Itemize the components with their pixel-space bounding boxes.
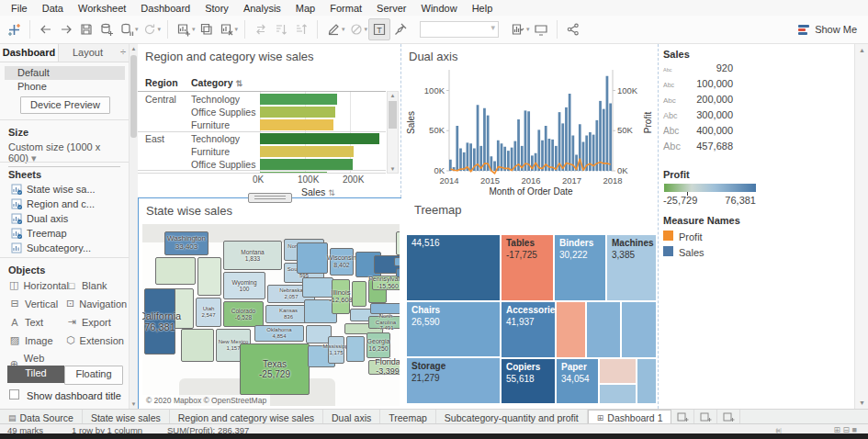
sales-bar[interactable]	[260, 133, 379, 144]
treemap-tile[interactable]	[637, 358, 657, 404]
sheet-treemap[interactable]: Treemap 44,516Tables-17,725Binders30,222…	[401, 197, 659, 409]
device-default[interactable]: Default	[5, 66, 125, 80]
sheet-region-category[interactable]: Region and category wise sales RegionCat…	[138, 44, 401, 197]
new-dashboard-button[interactable]	[694, 410, 717, 424]
treemap-tile[interactable]	[556, 301, 586, 358]
sales-bar[interactable]	[599, 101, 602, 171]
dropdown-arrow-icon[interactable]: ▾	[158, 26, 162, 33]
sheet-tab-subcategory-quantity-and-profit[interactable]: Subcategory-quantity and profit	[436, 410, 588, 424]
state-north-carolina[interactable]: North Carolina-7,491	[368, 316, 400, 329]
treemap-tile-copiers[interactable]: Copiers55,618	[501, 358, 556, 404]
sales-bar[interactable]	[260, 146, 354, 157]
measure-legend-profit[interactable]: Profit	[663, 231, 703, 242]
sort-ascending-icon[interactable]	[271, 19, 291, 39]
save-icon[interactable]	[76, 19, 96, 39]
state-idaho[interactable]	[197, 257, 221, 296]
new-worksheet-button[interactable]	[671, 410, 694, 424]
highlight-icon[interactable]	[323, 19, 344, 39]
run-auto-updates-icon[interactable]	[140, 19, 160, 39]
sales-bar[interactable]	[260, 107, 335, 118]
sales-bar[interactable]	[511, 148, 513, 171]
new-data-source-icon[interactable]	[96, 19, 117, 39]
state-texas[interactable]: Texas-25,729	[240, 343, 310, 395]
treemap-tile-accessories[interactable]: Accessories41,937	[501, 301, 556, 358]
state-california[interactable]: California76,381	[144, 288, 175, 355]
treemap-tile[interactable]	[599, 384, 637, 404]
state-virginia[interactable]	[370, 303, 400, 314]
state-arizona[interactable]	[181, 329, 214, 362]
device-preview-button[interactable]: Device Preview	[20, 96, 110, 114]
profit-color-ramp[interactable]	[664, 184, 756, 192]
state-georgia[interactable]: Georgia16,250	[366, 332, 390, 358]
sales-bar[interactable]	[535, 153, 537, 171]
sales-bar[interactable]	[260, 94, 337, 105]
state-illinois[interactable]: Illinois-12,608	[332, 279, 350, 314]
sheet-state-map[interactable]: State wise sales Mexico Washington33,403…	[139, 198, 400, 408]
sales-bar[interactable]	[537, 129, 540, 171]
object-export[interactable]: ⇥ Export	[66, 316, 123, 328]
state-florida[interactable]: Florida-3,399	[368, 360, 400, 375]
share-workbook-icon[interactable]	[563, 19, 583, 39]
pause-auto-updates-icon[interactable]	[117, 19, 137, 39]
sales-bar[interactable]	[487, 116, 490, 171]
menu-window[interactable]: Window	[414, 2, 465, 15]
tab-layout[interactable]: Layout	[59, 44, 117, 62]
object-vertical[interactable]: ⊟ Vertical	[9, 298, 66, 310]
sort-icon[interactable]: ⇅	[235, 79, 242, 88]
sales-bar[interactable]	[558, 112, 561, 171]
show-me-button[interactable]: Show Me	[798, 24, 857, 35]
state-iowa[interactable]	[302, 277, 333, 298]
dropdown-arrow-icon[interactable]: ▾	[135, 26, 139, 33]
fit-selector[interactable]	[420, 21, 499, 38]
sales-bar[interactable]	[565, 107, 568, 171]
size-legend-item[interactable]: Abc 400,000	[663, 125, 733, 136]
scroll-up-icon[interactable]: ▲	[855, 47, 868, 53]
sales-bar[interactable]	[517, 119, 520, 171]
state-connecticut[interactable]	[396, 268, 400, 277]
sheet-item-state-wise-sa-[interactable]: State wise sa...	[11, 184, 96, 195]
sheet-item-dual-axis[interactable]: Dual axis	[11, 213, 68, 224]
state-maine[interactable]	[396, 231, 400, 255]
map-canvas[interactable]: Mexico Washington33,403Montana1,833North…	[142, 224, 400, 406]
treemap-tile[interactable]	[621, 301, 657, 358]
dropdown-arrow-icon[interactable]: ▾	[526, 26, 530, 33]
menu-format[interactable]: Format	[322, 2, 369, 15]
region-chart-scrollbar[interactable]: ▲▼	[387, 91, 399, 174]
object-horizontal[interactable]: ◫ Horizontal	[9, 279, 66, 291]
object-extension[interactable]: ⬡ Extension	[66, 334, 123, 346]
sales-bar[interactable]	[459, 149, 462, 172]
state-alabama[interactable]	[346, 336, 365, 362]
state-mississippi[interactable]: Mississippi1,175	[328, 336, 344, 364]
sales-axis-label[interactable]: Sales ⇅	[301, 186, 335, 197]
treemap-tile-tables[interactable]: Tables-17,725	[501, 234, 554, 301]
sales-bar[interactable]	[527, 111, 530, 171]
floating-button[interactable]: Floating	[64, 366, 123, 385]
sales-bar[interactable]	[551, 140, 554, 171]
object-blank[interactable]: □ Blank	[66, 279, 123, 291]
sales-bar[interactable]	[483, 108, 486, 171]
state-wyoming[interactable]: Wyoming100	[223, 272, 265, 299]
state-minnesota[interactable]	[297, 242, 328, 274]
object-text[interactable]: A Text	[9, 316, 66, 328]
state-new-england[interactable]	[394, 257, 400, 266]
new-worksheet-icon[interactable]	[174, 19, 194, 39]
size-legend-item[interactable]: Abc 920	[663, 62, 733, 73]
sales-bar[interactable]	[561, 123, 564, 171]
show-title-checkbox[interactable]	[9, 389, 19, 400]
zone-drag-handle[interactable]	[248, 193, 292, 203]
forward-arrow-icon[interactable]	[56, 19, 76, 39]
sales-bar[interactable]	[503, 147, 506, 171]
treemap-tile[interactable]	[586, 301, 621, 358]
dropdown-arrow-icon[interactable]: ▾	[342, 26, 345, 33]
sheet-tab-data-source[interactable]: ▤Data Source	[0, 410, 83, 424]
sheet-tab-state-wise-sales[interactable]: State wise sales	[83, 410, 170, 424]
sheet-tab-dual-axis[interactable]: Dual axis	[323, 410, 380, 424]
sales-bar[interactable]	[603, 109, 605, 171]
scroll-up-icon[interactable]: ▲	[130, 46, 138, 51]
size-legend-item[interactable]: Abc 300,000	[663, 109, 733, 120]
presentation-mode-icon[interactable]	[531, 19, 551, 39]
region-column-header[interactable]: Region	[145, 77, 178, 88]
dropdown-arrow-icon[interactable]: ▾	[192, 26, 196, 33]
state-oklahoma[interactable]: Oklahoma4,854	[254, 325, 304, 342]
treemap-tile-machines[interactable]: Machines3,385	[606, 234, 657, 301]
